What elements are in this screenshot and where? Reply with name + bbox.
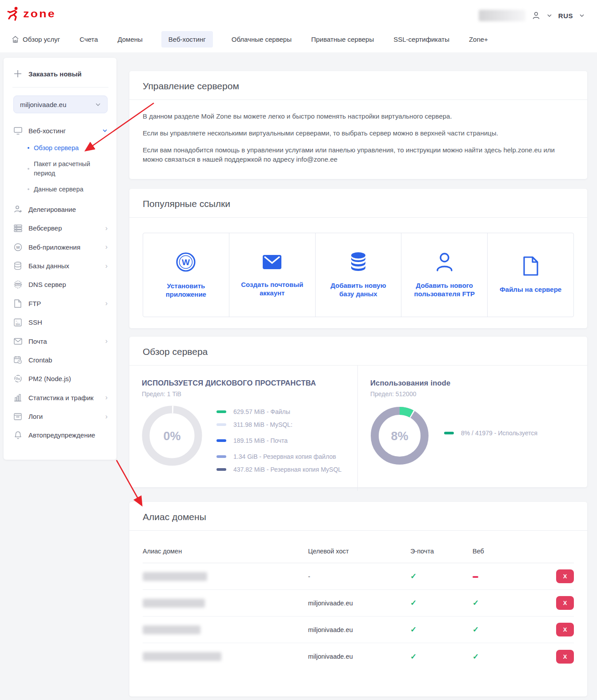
col-alias-domain: Алиас домен <box>143 548 308 555</box>
sidebar-group-webhosting[interactable]: Веб-хостинг <box>13 122 108 139</box>
sidebar-item-crontab[interactable]: Crontab <box>13 350 108 369</box>
wordpress-icon: W <box>175 251 196 273</box>
install-app-link[interactable]: W Установить приложение <box>143 233 229 317</box>
section-title-server-overview: Обзор сервера <box>129 337 587 366</box>
svg-text:SSH: SSH <box>16 323 20 325</box>
logo-wordmark: zone <box>23 8 56 20</box>
sidebar-item-web-apps[interactable]: W Веб-приложения › <box>13 238 108 256</box>
zone-logo[interactable]: zone <box>7 6 56 21</box>
delete-alias-button[interactable]: X <box>556 650 574 664</box>
disk-usage-percent: 0% <box>163 430 180 443</box>
delete-alias-button[interactable]: X <box>556 596 574 610</box>
table-row: miljonivaade.eu ✓ ✓ X <box>143 590 574 616</box>
disk-usage-limit: Предел: 1 TiB <box>142 390 345 398</box>
legend-swatch-inode-used <box>444 432 454 434</box>
disk-usage-title: ИСПОЛЬЗУЕТСЯ ДИСКОВОГО ПРОСТРАНСТВА <box>142 379 345 387</box>
legend-swatch-mysql-backup <box>216 468 226 471</box>
top-header: zone RUS Обзор услуг Счета Домены Веб-хо… <box>0 0 597 52</box>
envelope-icon <box>13 337 22 346</box>
sidebar-item-databases[interactable]: Базы данных › <box>13 256 108 275</box>
col-target-host: Целевой хост <box>308 548 410 555</box>
chevron-right-icon: › <box>105 300 108 307</box>
nav-domains[interactable]: Домены <box>116 31 143 48</box>
paragraph: Если вам понадобится помощь в управлении… <box>143 145 565 165</box>
svg-text:W: W <box>16 245 20 250</box>
sidebar-item-ftp[interactable]: FTP › <box>13 294 108 313</box>
files-on-server-link[interactable]: Файлы на сервере <box>487 233 573 317</box>
person-plus-icon <box>13 205 22 214</box>
redacted-alias-domain <box>143 652 221 661</box>
bar-chart-icon <box>13 393 22 402</box>
server-icon <box>13 224 22 233</box>
chevron-right-icon: › <box>105 413 108 420</box>
sidebar-item-auto-warning[interactable]: Автопредупреждение <box>13 426 108 445</box>
nav-private-servers[interactable]: Приватные серверы <box>310 31 375 48</box>
archive-box-icon <box>13 412 22 421</box>
server-overview-card: Обзор сервера ИСПОЛЬЗУЕТСЯ ДИСКОВОГО ПРО… <box>129 337 587 487</box>
sidebar-item-mail[interactable]: Почта › <box>13 332 108 350</box>
nav-cloud-servers[interactable]: Облачные серверы <box>231 31 292 48</box>
target-host: - <box>308 573 410 580</box>
popular-links-card: Популярные ссылки W Установить приложени… <box>129 189 587 328</box>
wordpress-icon: W <box>13 243 22 251</box>
chevron-right-icon: › <box>105 338 108 345</box>
sidebar-item-pm2[interactable]: PM2 (Node.js) <box>13 370 108 388</box>
dns-globe-icon: DNS <box>13 280 22 289</box>
email-enabled-icon: ✓ <box>410 572 417 581</box>
create-mail-account-link[interactable]: Создать почтовый аккаунт <box>229 233 315 317</box>
add-ftp-user-link[interactable]: Добавить нового пользователя FTP <box>401 233 487 317</box>
section-title-popular-links: Популярные ссылки <box>129 189 587 218</box>
nav-invoices[interactable]: Счета <box>79 31 99 48</box>
sidebar-item-ssh[interactable]: >_SSH SSH <box>13 313 108 331</box>
table-row: - ✓ X <box>143 563 574 590</box>
sidebar-item-dns-server[interactable]: DNS DNS сервер <box>13 275 108 294</box>
email-enabled-icon: ✓ <box>410 625 417 634</box>
web-enabled-icon: ✓ <box>473 599 479 607</box>
database-icon <box>13 262 22 270</box>
delete-alias-button[interactable]: X <box>556 623 574 636</box>
chevron-right-icon: › <box>105 243 108 251</box>
delete-alias-button[interactable]: X <box>556 569 574 583</box>
inode-usage-panel: Использования inode Предел: 512000 8% 8%… <box>358 366 587 491</box>
alias-domains-card: Алиас домены Алиас домен Целевой хост Э-… <box>129 502 587 696</box>
sidebar-item-server-data[interactable]: Данные сервера <box>13 181 102 197</box>
sidebar-item-webserver[interactable]: Вебсервер › <box>13 219 108 238</box>
sidebar-item-package-billing[interactable]: Пакет и расчетный период <box>13 156 102 181</box>
order-new-button[interactable]: Заказать новый <box>13 69 108 78</box>
webhosting-submenu: Обзор сервера Пакет и расчетный период Д… <box>13 140 108 197</box>
inode-usage-donut: 8% <box>370 406 429 465</box>
nav-ssl-certificates[interactable]: SSL-сертификаты <box>393 31 450 48</box>
language-selector[interactable]: RUS <box>558 12 573 20</box>
add-database-link[interactable]: Добавить новую базу даных <box>315 233 401 317</box>
chevron-down-icon[interactable] <box>579 13 585 18</box>
sidebar-item-logs[interactable]: Логи › <box>13 407 108 426</box>
target-host: miljonivaade.eu <box>308 600 410 607</box>
sidebar-item-delegation[interactable]: Делегирование <box>13 200 108 219</box>
inode-usage-limit: Предел: 512000 <box>370 390 575 398</box>
chevron-right-icon: › <box>105 394 108 401</box>
section-title-alias-domains: Алиас домены <box>129 502 587 531</box>
web-enabled-icon: ✓ <box>473 652 479 661</box>
web-enabled-icon: ✓ <box>473 625 479 634</box>
paragraph: Если вы управляете несколькими виртуальн… <box>143 128 565 138</box>
user-icon[interactable] <box>532 11 541 20</box>
sidebar-item-statistics[interactable]: Статистика и трафик › <box>13 388 108 407</box>
sidebar-item-server-overview[interactable]: Обзор сервера <box>13 140 102 156</box>
sidebar: Заказать новый miljonivaade.eu Веб-хости… <box>4 58 116 460</box>
email-enabled-icon: ✓ <box>410 599 417 607</box>
redacted-username <box>479 10 525 21</box>
file-icon <box>13 299 22 308</box>
chevron-right-icon: › <box>105 262 108 270</box>
domain-select[interactable]: miljonivaade.eu <box>13 95 108 113</box>
col-email: Э-почта <box>410 548 473 555</box>
nav-webhosting[interactable]: Веб-хостинг <box>161 31 213 48</box>
legend-swatch-file-backup <box>216 455 226 458</box>
web-disabled-icon <box>473 576 478 578</box>
inode-usage-legend: 8% / 41979 - Используется <box>444 430 537 437</box>
nav-zone-plus[interactable]: Zone+ <box>468 31 489 48</box>
nav-services-overview[interactable]: Обзор услуг <box>11 31 61 48</box>
svg-text:W: W <box>182 258 190 267</box>
target-host: miljonivaade.eu <box>308 626 410 633</box>
chevron-down-icon[interactable] <box>547 13 552 18</box>
table-row: miljonivaade.eu ✓ ✓ X <box>143 616 574 643</box>
